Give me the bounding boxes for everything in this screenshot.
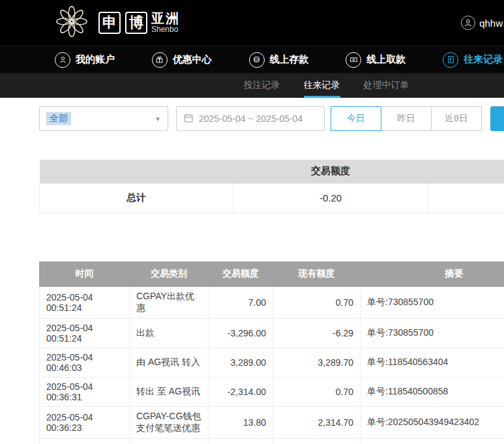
- nav-item-promotions[interactable]: 优惠中心: [152, 52, 212, 68]
- gift-icon: [152, 52, 168, 68]
- filter-bar: 全部 ▼ 2025-05-04 ~ 2025-05-04 今日 昨日 近8日: [39, 106, 504, 131]
- main-nav: 我的账户 优惠中心 线上存款 线上取款 往来记录: [0, 46, 504, 73]
- summary-header-row: 交易额度: [40, 160, 504, 183]
- summary-header-empty: [40, 160, 233, 183]
- tab-transaction-records[interactable]: 往来记录: [304, 73, 340, 98]
- summary-total-label: 总计: [40, 183, 233, 213]
- cell-balance: 2,300.90: [273, 438, 361, 444]
- tab-betting-records[interactable]: 投注记录: [244, 73, 280, 98]
- cell-type: CGPAY-CG钱包支付笔笔送优惠: [130, 406, 209, 438]
- records-subnav: 投注记录 往来记录 处理中订单: [0, 73, 504, 98]
- nav-item-online-withdrawal[interactable]: 线上取款: [346, 52, 406, 68]
- cell-amount: 13.80: [209, 406, 273, 438]
- cell-balance: 2,314.70: [273, 406, 361, 438]
- category-selected-value: 全部: [46, 112, 71, 125]
- cell-summary: 单号:118540500858: [361, 377, 504, 406]
- nav-label: 往来记录: [464, 53, 503, 66]
- logo-char-bo: 博: [125, 12, 147, 34]
- nav-label: 线上取款: [366, 53, 406, 66]
- last-8-days-button[interactable]: 近8日: [431, 106, 482, 131]
- col-header-type: 交易类别: [130, 261, 209, 286]
- summary-total-value: -0.20: [233, 183, 428, 213]
- brand-en-label: Shenbo: [151, 25, 180, 34]
- cell-type: CGPAY出款优惠: [130, 286, 209, 318]
- records-document-icon: [443, 52, 458, 68]
- summary-total-row: 总计 -0.20: [40, 183, 504, 213]
- cell-balance: -6.29: [273, 318, 361, 348]
- user-avatar-icon: [461, 16, 475, 30]
- cell-time: 2025-05-04 00:36:23: [40, 438, 130, 444]
- deposit-coins-icon: [249, 52, 265, 68]
- cell-summary: 单号:202505043949423402: [361, 406, 504, 438]
- nav-item-transaction-records[interactable]: 往来记录: [443, 52, 503, 68]
- page: 申 博 亚洲 Shenbo qhhw 我的账户: [0, 0, 504, 444]
- cell-amount: -2,314.00: [209, 377, 273, 406]
- cell-time: 2025-05-04 00:51:24: [40, 318, 130, 348]
- withdraw-banknote-icon: [346, 52, 361, 68]
- col-header-balance: 现有额度: [273, 261, 361, 286]
- cell-summary: 单号:118540563404: [361, 348, 504, 377]
- records-table: 时间 交易类别 交易额度 现有额度 摘要 2025-05-04 00:51:24…: [39, 261, 504, 444]
- account-icon: [55, 52, 70, 68]
- cell-time: 2025-05-04 00:46:03: [40, 348, 130, 377]
- date-range-input[interactable]: 2025-05-04 ~ 2025-05-04: [176, 106, 325, 131]
- cell-type: 转出 至 AG视讯: [130, 377, 209, 406]
- cell-balance: 0.70: [273, 377, 361, 406]
- cell-balance: 3,289.70: [273, 348, 361, 377]
- table-header-row: 时间 交易类别 交易额度 现有额度 摘要: [40, 261, 504, 286]
- col-header-amount: 交易额度: [209, 261, 273, 286]
- category-select[interactable]: 全部 ▼: [39, 106, 168, 131]
- cell-amount: 7.00: [209, 286, 273, 318]
- cell-amount: -3,296.00: [209, 318, 273, 348]
- cell-time: 2025-05-04 00:51:24: [40, 286, 130, 318]
- lotus-flower-icon: [55, 5, 89, 41]
- chevron-down-icon: ▼: [155, 115, 161, 123]
- nav-label: 线上存款: [270, 53, 309, 66]
- user-account-area[interactable]: qhhw: [461, 16, 503, 30]
- summary-empty-cell: [428, 183, 504, 213]
- table-row: 2025-05-04 00:36:31 转出 至 AG视讯 -2,314.00 …: [40, 377, 504, 406]
- col-header-summary: 摘要: [361, 261, 504, 286]
- cell-amount: 2,300.00: [209, 438, 273, 444]
- table-row: 2025-05-04 00:51:24 CGPAY出款优惠 7.00 0.70 …: [40, 286, 504, 318]
- cell-time: 2025-05-04 00:36:23: [40, 406, 130, 438]
- cell-type: 由 AG视讯 转入: [130, 348, 209, 377]
- top-header: 申 博 亚洲 Shenbo qhhw: [0, 0, 504, 46]
- date-range-value: 2025-05-04 ~ 2025-05-04: [199, 113, 303, 124]
- search-button[interactable]: [490, 106, 504, 131]
- col-header-time: 时间: [40, 261, 130, 286]
- cell-type: CGPAY支付: [130, 438, 209, 444]
- nav-label: 我的账户: [76, 53, 115, 66]
- summary-header-amount: 交易额度: [233, 160, 428, 183]
- table-row: 2025-05-04 00:36:23 CGPAY支付 2,300.00 2,3…: [40, 438, 504, 444]
- brand-region-label: 亚洲: [151, 11, 180, 25]
- cell-summary: 单号:730855700: [361, 286, 504, 318]
- tab-processing-orders[interactable]: 处理中订单: [364, 73, 409, 98]
- cell-time: 2025-05-04 00:36:31: [40, 377, 130, 406]
- username-label: qhhw: [479, 18, 503, 29]
- nav-label: 优惠中心: [173, 53, 212, 66]
- today-button[interactable]: 今日: [331, 106, 381, 131]
- nav-item-online-deposit[interactable]: 线上存款: [249, 52, 309, 68]
- cell-type: 出款: [130, 318, 209, 348]
- cell-amount: 3,289.00: [209, 348, 273, 377]
- logo-char-shen: 申: [98, 12, 121, 34]
- summary-table: 交易额度 总计 -0.20: [39, 160, 504, 213]
- quick-date-buttons: 今日 昨日 近8日: [331, 106, 482, 131]
- table-row: 2025-05-04 00:46:03 由 AG视讯 转入 3,289.00 3…: [40, 348, 504, 377]
- calendar-icon: [183, 113, 194, 125]
- table-row: 2025-05-04 00:36:23 CGPAY-CG钱包支付笔笔送优惠 13…: [40, 406, 504, 438]
- brand-logo[interactable]: 申 博 亚洲 Shenbo: [55, 5, 180, 41]
- cell-balance: 0.70: [273, 286, 361, 318]
- yesterday-button[interactable]: 昨日: [381, 106, 432, 131]
- cell-summary: 单号:202505043949423402: [361, 438, 504, 444]
- nav-item-my-account[interactable]: 我的账户: [55, 52, 115, 68]
- summary-header-empty: [428, 160, 504, 183]
- brand-text: 亚洲 Shenbo: [151, 11, 180, 34]
- cell-summary: 单号:730855700: [361, 318, 504, 348]
- table-row: 2025-05-04 00:51:24 出款 -3,296.00 -6.29 单…: [40, 318, 504, 348]
